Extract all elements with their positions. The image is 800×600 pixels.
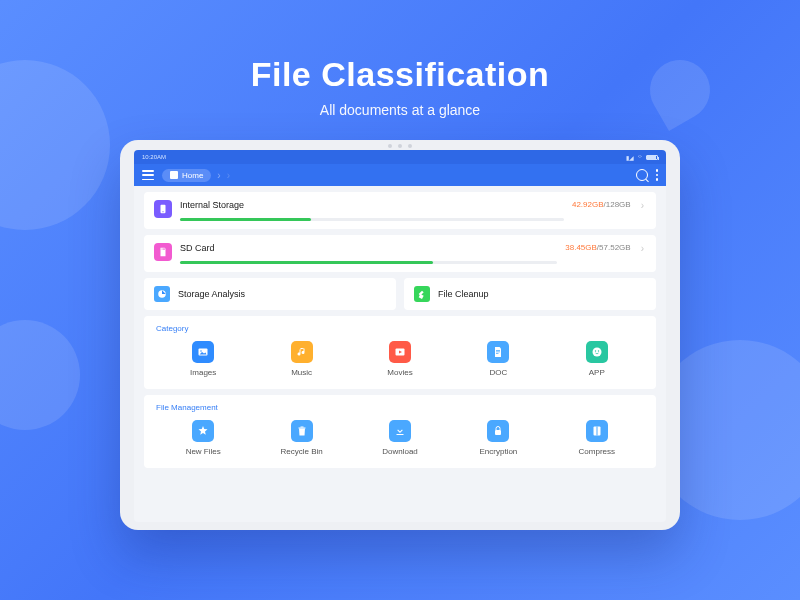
star-icon <box>192 420 214 442</box>
lock-icon <box>487 420 509 442</box>
category-label: DOC <box>490 368 508 377</box>
storage-size: 42.92GB/128GB <box>572 200 631 209</box>
breadcrumb-home[interactable]: Home <box>162 169 211 182</box>
category-label: Compress <box>579 447 615 456</box>
tool-label: Storage Analysis <box>178 289 245 299</box>
doc-icon <box>487 341 509 363</box>
status-icons: ▮◢ ⌔ <box>626 154 658 161</box>
wifi-icon: ⌔ <box>638 154 642 160</box>
tool-icon <box>154 286 170 302</box>
tablet-frame: 10:20AM ▮◢ ⌔ Home › › <box>120 140 680 530</box>
section-title-management: File Management <box>154 401 646 416</box>
storage-row[interactable]: SD Card 38.45GB/57.52GB › <box>144 235 656 272</box>
category-label: New Files <box>186 447 221 456</box>
category-label: Encryption <box>479 447 517 456</box>
category-label: Images <box>190 368 216 377</box>
tool-label: File Cleanup <box>438 289 489 299</box>
category-label: Music <box>291 368 312 377</box>
search-icon[interactable] <box>636 169 648 181</box>
app-toolbar: Home › › <box>134 164 666 186</box>
download-icon <box>389 420 411 442</box>
menu-icon[interactable] <box>142 170 154 180</box>
storage-name: Internal Storage <box>180 200 564 210</box>
category-label: Download <box>382 447 418 456</box>
category-label: Recycle Bin <box>280 447 322 456</box>
more-icon[interactable] <box>656 169 659 181</box>
storage-icon <box>154 243 172 261</box>
chevron-right-icon: › <box>227 170 230 181</box>
tool-icon <box>414 286 430 302</box>
tool-storage-analysis[interactable]: Storage Analysis <box>144 278 396 310</box>
category-encryption[interactable]: Encryption <box>449 416 547 460</box>
category-new-files[interactable]: New Files <box>154 416 252 460</box>
chevron-right-icon: › <box>217 170 220 181</box>
image-icon <box>192 341 214 363</box>
chevron-right-icon: › <box>639 243 646 254</box>
trash-icon <box>291 420 313 442</box>
music-icon <box>291 341 313 363</box>
category-movies[interactable]: Movies <box>351 337 449 381</box>
storage-row[interactable]: Internal Storage 42.92GB/128GB › <box>144 192 656 229</box>
tool-file-cleanup[interactable]: File Cleanup <box>404 278 656 310</box>
category-music[interactable]: Music <box>252 337 350 381</box>
status-bar: 10:20AM ▮◢ ⌔ <box>134 150 666 164</box>
category-download[interactable]: Download <box>351 416 449 460</box>
category-images[interactable]: Images <box>154 337 252 381</box>
signal-icon: ▮◢ <box>626 154 634 161</box>
category-label: Movies <box>387 368 412 377</box>
chevron-right-icon: › <box>639 200 646 211</box>
app-icon <box>586 341 608 363</box>
storage-icon <box>154 200 172 218</box>
home-icon <box>170 171 178 179</box>
category-compress[interactable]: Compress <box>548 416 646 460</box>
breadcrumb: Home › › <box>162 169 230 182</box>
compress-icon <box>586 420 608 442</box>
section-title-category: Category <box>154 322 646 337</box>
category-recycle-bin[interactable]: Recycle Bin <box>252 416 350 460</box>
category-doc[interactable]: DOC <box>449 337 547 381</box>
storage-name: SD Card <box>180 243 557 253</box>
category-label: APP <box>589 368 605 377</box>
status-time: 10:20AM <box>142 154 166 160</box>
page-subtitle: All documents at a glance <box>0 102 800 118</box>
category-app[interactable]: APP <box>548 337 646 381</box>
movie-icon <box>389 341 411 363</box>
storage-size: 38.45GB/57.52GB <box>565 243 630 252</box>
breadcrumb-home-label: Home <box>182 171 203 180</box>
battery-icon <box>646 155 658 160</box>
